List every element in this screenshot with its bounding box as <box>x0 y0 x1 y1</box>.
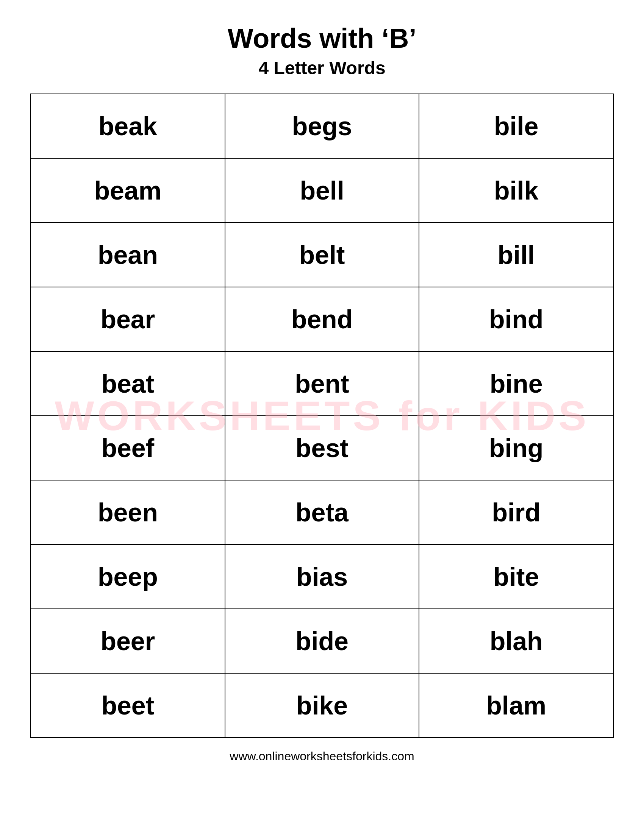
footer-url: www.onlineworksheetsforkids.com <box>230 749 414 763</box>
table-cell: bite <box>419 545 613 609</box>
table-cell: been <box>31 480 225 545</box>
table-cell: beam <box>31 158 225 223</box>
word-text: been <box>35 497 221 527</box>
table-row: beepbiasbite <box>31 545 613 609</box>
table-cell: bias <box>225 545 419 609</box>
word-text: bide <box>229 626 415 656</box>
table-cell: best <box>225 416 419 480</box>
table-row: beakbegsbile <box>31 94 613 158</box>
word-text: bike <box>229 691 415 720</box>
table-cell: bing <box>419 416 613 480</box>
table-cell: bear <box>31 287 225 351</box>
table-cell: bide <box>225 609 419 673</box>
word-text: bing <box>423 433 609 463</box>
table-cell: belt <box>225 223 419 287</box>
table-cell: bill <box>419 223 613 287</box>
table-row: beambellbilk <box>31 158 613 223</box>
word-text: bine <box>423 369 609 398</box>
word-text: bilk <box>423 176 609 205</box>
word-text: beam <box>35 176 221 205</box>
word-text: bias <box>229 562 415 592</box>
table-cell: bike <box>225 673 419 738</box>
table-cell: bird <box>419 480 613 545</box>
word-text: bile <box>423 111 609 141</box>
page-subtitle: 4 Letter Words <box>258 58 385 78</box>
table-cell: bell <box>225 158 419 223</box>
word-text: bear <box>35 304 221 334</box>
word-text: beak <box>35 111 221 141</box>
table-cell: beet <box>31 673 225 738</box>
word-text: bell <box>229 176 415 205</box>
word-text: beep <box>35 562 221 592</box>
word-text: bend <box>229 304 415 334</box>
word-text: bind <box>423 304 609 334</box>
word-text: bird <box>423 497 609 527</box>
word-table: beakbegsbilebeambellbilkbeanbeltbillbear… <box>30 93 614 738</box>
table-cell: bend <box>225 287 419 351</box>
word-text: bite <box>423 562 609 592</box>
word-text: best <box>229 433 415 463</box>
word-text: bill <box>423 240 609 270</box>
table-cell: bent <box>225 351 419 416</box>
table-row: beatbentbine <box>31 351 613 416</box>
table-cell: bile <box>419 94 613 158</box>
table-row: beenbetabird <box>31 480 613 545</box>
table-cell: beer <box>31 609 225 673</box>
word-text: blam <box>423 691 609 720</box>
table-cell: beak <box>31 94 225 158</box>
page-title: Words with ‘B’ <box>228 23 417 54</box>
word-text: bean <box>35 240 221 270</box>
word-text: beef <box>35 433 221 463</box>
word-text: bent <box>229 369 415 398</box>
table-cell: blah <box>419 609 613 673</box>
table-cell: blam <box>419 673 613 738</box>
table-cell: beep <box>31 545 225 609</box>
table-cell: begs <box>225 94 419 158</box>
word-text: beta <box>229 497 415 527</box>
table-cell: beta <box>225 480 419 545</box>
word-text: beer <box>35 626 221 656</box>
table-cell: bean <box>31 223 225 287</box>
word-text: beet <box>35 691 221 720</box>
word-text: blah <box>423 626 609 656</box>
table-cell: beef <box>31 416 225 480</box>
table-cell: bind <box>419 287 613 351</box>
table-cell: bilk <box>419 158 613 223</box>
table-row: beerbideblah <box>31 609 613 673</box>
table-cell: bine <box>419 351 613 416</box>
table-row: beefbestbing <box>31 416 613 480</box>
word-text: belt <box>229 240 415 270</box>
word-text: begs <box>229 111 415 141</box>
word-text: beat <box>35 369 221 398</box>
table-row: beetbikeblam <box>31 673 613 738</box>
table-wrapper: WORKSHEETS for KIDS beakbegsbilebeambell… <box>30 93 614 738</box>
table-row: bearbendbind <box>31 287 613 351</box>
table-row: beanbeltbill <box>31 223 613 287</box>
table-cell: beat <box>31 351 225 416</box>
